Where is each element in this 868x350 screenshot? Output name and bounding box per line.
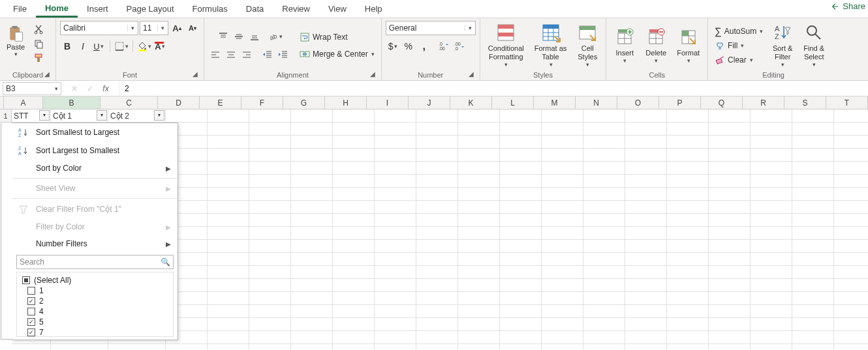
tab-review[interactable]: Review — [273, 1, 319, 16]
cell-q18[interactable] — [709, 331, 751, 344]
cell-n12[interactable] — [583, 253, 625, 266]
cell-r18[interactable] — [751, 331, 792, 344]
cell-o14[interactable] — [625, 279, 667, 292]
cell-s3[interactable] — [792, 136, 834, 149]
cut-button[interactable] — [31, 23, 46, 35]
cell-h14[interactable] — [333, 279, 375, 292]
cell-j19[interactable] — [416, 344, 458, 350]
cell-s6[interactable] — [792, 175, 834, 188]
cell-e4[interactable] — [208, 149, 249, 162]
tab-home[interactable]: Home — [36, 1, 78, 18]
cell-n8[interactable] — [583, 201, 625, 214]
italic-button[interactable]: I — [76, 39, 90, 53]
cell-g17[interactable] — [291, 318, 333, 331]
cell-e15[interactable] — [208, 292, 249, 305]
cell-o6[interactable] — [625, 175, 667, 188]
cell-j1[interactable] — [416, 109, 458, 123]
cell-h4[interactable] — [333, 149, 375, 162]
cell-q11[interactable] — [709, 240, 751, 253]
cell-e9[interactable] — [208, 214, 249, 227]
cell-h5[interactable] — [333, 162, 375, 175]
cell-r6[interactable] — [751, 175, 792, 188]
percent-format-button[interactable]: % — [401, 39, 416, 53]
sort-ascending-item[interactable]: AZ Sort Smallest to Largest — [12, 123, 178, 141]
cell-d19[interactable] — [166, 344, 208, 350]
colhead-k[interactable]: K — [450, 96, 492, 109]
cell-p18[interactable] — [667, 331, 709, 344]
cell-e3[interactable] — [208, 136, 249, 149]
cell-k15[interactable] — [458, 292, 500, 305]
cell-l6[interactable] — [500, 175, 542, 188]
fill-color-button[interactable]: ▾ — [137, 39, 151, 53]
cell-k19[interactable] — [458, 344, 500, 350]
cell-o16[interactable] — [625, 305, 667, 318]
filter-arrow-a1[interactable]: ▾ — [39, 110, 50, 121]
cell-p17[interactable] — [667, 318, 709, 331]
cell-t4[interactable] — [834, 149, 868, 162]
cell-j17[interactable] — [416, 318, 458, 331]
cell-l11[interactable] — [500, 240, 542, 253]
cell-i18[interactable] — [375, 331, 416, 344]
select-all-checkbox[interactable]: (Select All) — [17, 275, 173, 285]
cell-k6[interactable] — [458, 175, 500, 188]
cell-j2[interactable] — [416, 123, 458, 136]
cell-r12[interactable] — [751, 253, 792, 266]
cell-styles-button[interactable]: Cell Styles▾ — [573, 21, 602, 70]
cell-q5[interactable] — [709, 162, 751, 175]
bold-button[interactable]: B — [60, 39, 74, 53]
conditional-formatting-button[interactable]: Conditional Formatting▾ — [484, 21, 528, 70]
cell-i10[interactable] — [375, 227, 416, 240]
format-as-table-button[interactable]: Format as Table▾ — [531, 21, 571, 70]
cell-l1[interactable] — [500, 109, 542, 123]
cell-i17[interactable] — [375, 318, 416, 331]
cell-q15[interactable] — [709, 292, 751, 305]
cell-t1[interactable] — [834, 109, 868, 123]
cell-s7[interactable] — [792, 188, 834, 201]
cell-i4[interactable] — [375, 149, 416, 162]
cell-g16[interactable] — [291, 305, 333, 318]
cell-k14[interactable] — [458, 279, 500, 292]
cell-p1[interactable] — [667, 109, 709, 123]
wrap-text-button[interactable]: Wrap Text — [297, 31, 350, 44]
cell-s9[interactable] — [792, 214, 834, 227]
colhead-h[interactable]: H — [325, 96, 367, 109]
cell-t10[interactable] — [834, 227, 868, 240]
cell-f16[interactable] — [249, 305, 291, 318]
cell-h8[interactable] — [333, 201, 375, 214]
cell-h1[interactable] — [333, 109, 375, 123]
cell-s16[interactable] — [792, 305, 834, 318]
cell-e1[interactable] — [208, 109, 249, 123]
cell-q4[interactable] — [709, 149, 751, 162]
cell-f3[interactable] — [249, 136, 291, 149]
cell-g13[interactable] — [291, 266, 333, 279]
cell-s14[interactable] — [792, 279, 834, 292]
cell-e17[interactable] — [208, 318, 249, 331]
cell-m3[interactable] — [542, 136, 583, 149]
align-middle-button[interactable] — [232, 29, 246, 44]
cell-e14[interactable] — [208, 279, 249, 292]
cell-h15[interactable] — [333, 292, 375, 305]
cell-l18[interactable] — [500, 331, 542, 344]
sort-filter-button[interactable]: AZSort & Filter▾ — [768, 21, 797, 70]
cell-o15[interactable] — [625, 292, 667, 305]
cell-o17[interactable] — [625, 318, 667, 331]
cell-r15[interactable] — [751, 292, 792, 305]
cell-d1[interactable] — [166, 109, 208, 123]
cell-e5[interactable] — [208, 162, 249, 175]
cell-o4[interactable] — [625, 149, 667, 162]
cell-o13[interactable] — [625, 266, 667, 279]
cell-i7[interactable] — [375, 188, 416, 201]
cell-m8[interactable] — [542, 201, 583, 214]
autosum-button[interactable]: ∑AutoSum▾ — [712, 24, 766, 38]
align-top-button[interactable] — [216, 29, 230, 44]
cell-g9[interactable] — [291, 214, 333, 227]
cell-r16[interactable] — [751, 305, 792, 318]
cell-r11[interactable] — [751, 240, 792, 253]
cell-t14[interactable] — [834, 279, 868, 292]
cell-i12[interactable] — [375, 253, 416, 266]
cell-f13[interactable] — [249, 266, 291, 279]
cell-p9[interactable] — [667, 214, 709, 227]
cell-h6[interactable] — [333, 175, 375, 188]
cell-p5[interactable] — [667, 162, 709, 175]
cell-h18[interactable] — [333, 331, 375, 344]
